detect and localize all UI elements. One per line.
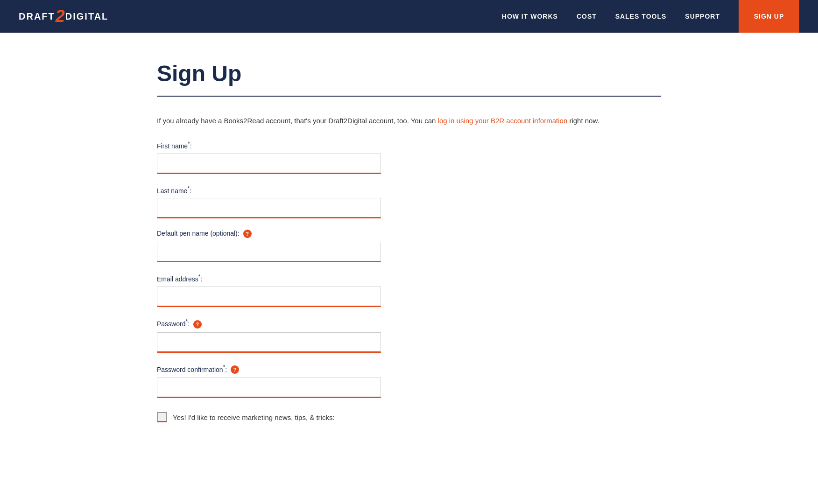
nav-support[interactable]: SUPPORT	[685, 13, 720, 20]
password-confirm-label: Password confirmation*: ?	[157, 364, 661, 374]
pen-name-group: Default pen name (optional): ?	[157, 230, 661, 262]
last-name-required: *	[187, 185, 190, 192]
logo-draft: DRAFT	[19, 11, 55, 22]
site-logo: DRAFT 2 DIGITAL	[19, 8, 108, 25]
marketing-checkbox[interactable]	[157, 412, 167, 422]
logo-digital: DIGITAL	[65, 11, 109, 22]
main-nav: HOW IT WORKS COST SALES TOOLS SUPPORT SI…	[502, 0, 799, 33]
last-name-label: Last name*:	[157, 185, 661, 195]
nav-cost[interactable]: COST	[577, 13, 597, 20]
marketing-checkbox-label: Yes! I'd like to receive marketing news,…	[173, 413, 335, 421]
first-name-input[interactable]	[157, 154, 381, 174]
marketing-checkbox-row: Yes! I'd like to receive marketing news,…	[157, 412, 661, 422]
email-label: Email address*:	[157, 273, 661, 283]
password-input[interactable]	[157, 332, 381, 353]
first-name-group: First name*:	[157, 140, 661, 174]
password-group: Password*: ?	[157, 318, 661, 353]
password-label: Password*: ?	[157, 318, 661, 329]
pen-name-label: Default pen name (optional): ?	[157, 230, 661, 238]
pen-name-help-icon[interactable]: ?	[243, 230, 252, 238]
last-name-group: Last name*:	[157, 185, 661, 219]
b2r-login-link[interactable]: log in using your B2R account informatio…	[438, 117, 568, 125]
page-title: Sign Up	[157, 61, 661, 86]
site-header: DRAFT 2 DIGITAL HOW IT WORKS COST SALES …	[0, 0, 818, 33]
password-required: *	[185, 318, 188, 325]
password-confirm-group: Password confirmation*: ?	[157, 364, 661, 399]
nav-sales-tools[interactable]: SALES TOOLS	[615, 13, 667, 20]
title-divider	[157, 96, 661, 97]
first-name-required: *	[188, 140, 190, 147]
signup-form: First name*: Last name*: Default pen nam…	[157, 140, 661, 422]
email-input[interactable]	[157, 287, 381, 307]
first-name-label: First name*:	[157, 140, 661, 150]
intro-text-after-content: right now.	[569, 117, 599, 125]
intro-paragraph: If you already have a Books2Read account…	[157, 115, 661, 126]
intro-text-before: If you already have a Books2Read account…	[157, 117, 436, 125]
logo-number: 2	[56, 8, 65, 25]
main-content: Sign Up If you already have a Books2Read…	[82, 33, 736, 460]
email-required: *	[198, 273, 201, 280]
password-confirm-input[interactable]	[157, 378, 381, 398]
header-signup-button[interactable]: SIGN UP	[739, 0, 799, 33]
email-group: Email address*:	[157, 273, 661, 307]
last-name-input[interactable]	[157, 198, 381, 218]
nav-how-it-works[interactable]: HOW IT WORKS	[502, 13, 558, 20]
password-confirm-help-icon[interactable]: ?	[231, 365, 239, 374]
password-confirm-required: *	[223, 364, 226, 371]
password-help-icon[interactable]: ?	[193, 320, 202, 329]
pen-name-input[interactable]	[157, 242, 381, 262]
